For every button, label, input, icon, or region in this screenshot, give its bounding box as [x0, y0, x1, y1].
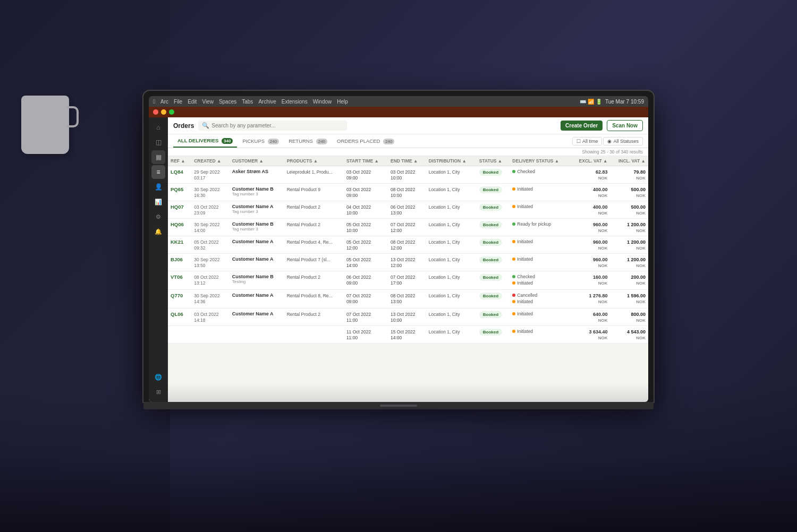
traffic-min[interactable]: [161, 109, 166, 115]
laptop-base: [143, 402, 654, 409]
sidebar: ⌂ ◫ ▦ ≡ 👤 📊 ⚙ 🔔 🌐 ⊞: [149, 117, 168, 402]
col-ref[interactable]: REF ▲: [168, 156, 191, 166]
sidebar-icon-calendar[interactable]: ▦: [151, 150, 165, 164]
tab-orders-placed[interactable]: ORDERS PLACED 240: [333, 135, 398, 147]
table-row[interactable]: 11 Oct 202211:00 15 Oct 202214:00 Locati…: [168, 326, 648, 344]
table-row[interactable]: QL06 03 Oct 202214:18 Customer Name A Re…: [168, 308, 648, 326]
sidebar-icon-box[interactable]: ◫: [151, 135, 165, 149]
table-row[interactable]: PQ65 30 Sep 202216:30 Customer Name B Ta…: [168, 184, 648, 201]
scan-now-button[interactable]: Scan Now: [607, 120, 643, 131]
app-window: ⌂ ◫ ▦ ≡ 👤 📊 ⚙ 🔔 🌐 ⊞: [149, 107, 648, 402]
search-container: 🔍: [198, 121, 347, 131]
tab-badge-1: 240: [268, 139, 279, 144]
col-products[interactable]: PRODUCTS ▲: [284, 156, 344, 166]
menu-extensions[interactable]: Extensions: [282, 99, 308, 105]
tab-returns[interactable]: RETURNS 240: [284, 135, 332, 147]
table-row[interactable]: VT06 08 Oct 202213:12 Customer Name B Te…: [168, 271, 648, 290]
menu-help[interactable]: Help: [337, 99, 348, 105]
status-filter[interactable]: ◉All Statuses: [603, 137, 643, 145]
col-delivery-status[interactable]: DELIVERY STATUS ▲: [510, 156, 570, 166]
search-icon: 🔍: [202, 122, 209, 129]
main-area: Orders 🔍 Create Order Scan Now: [168, 117, 648, 402]
menu-spaces[interactable]: Spaces: [219, 99, 236, 105]
app-titlebar: [149, 107, 648, 117]
screen-bezel:  Arc File Edit View Spaces Tabs Archive…: [149, 96, 648, 402]
apple-menu[interactable]: : [153, 98, 155, 105]
menu-edit[interactable]: Edit: [188, 99, 197, 105]
col-end-time[interactable]: END TIME ▲: [388, 156, 426, 166]
sidebar-icon-orders[interactable]: ≡: [151, 165, 165, 179]
tab-badge-3: 240: [383, 139, 394, 144]
table-row[interactable]: KK21 05 Oct 202209:32 Customer Name A Re…: [168, 236, 648, 254]
sidebar-icon-users[interactable]: 👤: [151, 180, 165, 194]
table-row[interactable]: HQ06 30 Sep 202214:00 Customer Name B Ta…: [168, 219, 648, 236]
col-start-time[interactable]: START TIME ▲: [344, 156, 388, 166]
sidebar-icon-globe[interactable]: 🌐: [151, 370, 165, 384]
col-created[interactable]: CREATED ▲: [191, 156, 230, 166]
tabs-bar: ALL DELIVERIES 340 PICKUPS 240 RETURNS 2…: [168, 134, 648, 148]
macos-topbar:  Arc File Edit View Spaces Tabs Archive…: [149, 96, 648, 107]
search-input[interactable]: [211, 123, 343, 128]
page-title: Orders: [173, 122, 194, 130]
table-row[interactable]: BJ06 30 Sep 202213:50 Customer Name A Re…: [168, 254, 648, 271]
tab-pickups[interactable]: PICKUPS 240: [238, 135, 283, 147]
menu-arc[interactable]: Arc: [160, 99, 168, 105]
menu-tabs[interactable]: Tabs: [242, 99, 253, 105]
col-excl-vat[interactable]: EXCL. VAT ▲: [571, 156, 611, 166]
date-filter[interactable]: ☐All time: [572, 137, 603, 145]
table-container: REF ▲ CREATED ▲ CUSTOMER ▲ PRODUCTS ▲ ST…: [168, 156, 648, 402]
tab-all-deliveries[interactable]: ALL DELIVERIES 340: [173, 134, 237, 148]
traffic-close[interactable]: [153, 109, 158, 115]
col-incl-vat[interactable]: INCL. VAT ▲: [611, 156, 649, 166]
clock: Tue Mar 7 10:59: [605, 99, 644, 105]
menu-file[interactable]: File: [174, 99, 182, 105]
traffic-max[interactable]: [169, 109, 174, 115]
col-status[interactable]: STATUS ▲: [477, 156, 510, 166]
table-row[interactable]: HQ07 03 Oct 202223:09 Customer Name A Ta…: [168, 201, 648, 219]
laptop-screen:  Arc File Edit View Spaces Tabs Archive…: [143, 91, 654, 402]
col-distribution[interactable]: DISTRIBUTION ▲: [426, 156, 477, 166]
tab-badge-0: 340: [222, 138, 233, 144]
sidebar-icon-bell[interactable]: 🔔: [151, 225, 165, 238]
menu-archive[interactable]: Archive: [258, 99, 276, 105]
results-info: Showing 25 - 30 of 340 results: [168, 148, 648, 156]
table-row[interactable]: LQ84 29 Sep 202203:17 Asker Strøm AS Lei…: [168, 166, 648, 184]
laptop-shell:  Arc File Edit View Spaces Tabs Archive…: [143, 91, 654, 409]
sidebar-icon-home[interactable]: ⌂: [151, 121, 165, 134]
sidebar-icon-grid[interactable]: ⊞: [151, 385, 165, 399]
sidebar-icon-chart[interactable]: 📊: [151, 195, 165, 209]
create-order-button[interactable]: Create Order: [561, 121, 603, 131]
tab-badge-2: 240: [316, 139, 327, 144]
sidebar-icon-settings[interactable]: ⚙: [151, 210, 165, 224]
sys-icons: ⌨️ 📶 🔋: [580, 99, 602, 105]
coffee-mug: [21, 96, 85, 170]
col-customer[interactable]: CUSTOMER ▲: [230, 156, 284, 166]
page-header: Orders 🔍 Create Order Scan Now: [168, 117, 648, 134]
menu-view[interactable]: View: [202, 99, 214, 105]
table-row[interactable]: Q770 30 Sep 202214:36 Customer Name A Re…: [168, 290, 648, 308]
menu-window[interactable]: Window: [313, 99, 332, 105]
